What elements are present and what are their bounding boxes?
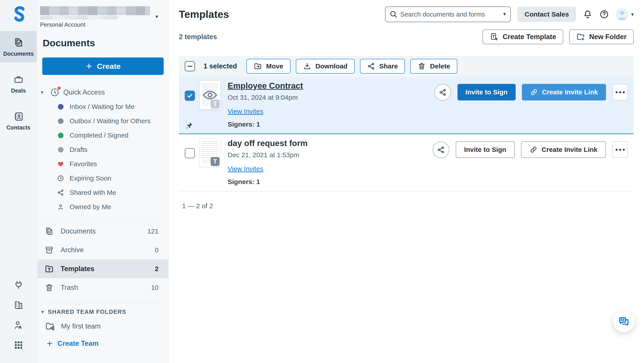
invite-to-sign-label: Invite to Sign bbox=[464, 146, 506, 154]
create-invite-link-button[interactable]: Create Invite Link bbox=[522, 84, 606, 100]
sidebar-item-completed[interactable]: Completed / Signed bbox=[37, 128, 168, 142]
invite-to-sign-button[interactable]: Invite to Sign bbox=[458, 84, 516, 100]
help-icon[interactable] bbox=[599, 10, 609, 19]
account-caret-down-icon: ▾ bbox=[156, 14, 158, 20]
apps-grid-icon[interactable] bbox=[14, 340, 24, 350]
more-actions-button[interactable] bbox=[612, 141, 628, 158]
sidebar-item-favorites[interactable]: Favorites bbox=[37, 157, 168, 171]
signnow-logo[interactable] bbox=[0, 0, 37, 31]
share-icon bbox=[57, 189, 64, 196]
user-menu[interactable]: ▾ bbox=[616, 8, 634, 20]
share-nodes-icon bbox=[437, 146, 445, 154]
account-email-redacted bbox=[40, 16, 118, 20]
account-switcher[interactable]: Personal Account ▾ bbox=[37, 0, 168, 30]
trash-icon bbox=[418, 62, 426, 70]
row-checkbox-unchecked[interactable] bbox=[185, 148, 195, 158]
sidebar-item-owned[interactable]: Owned by Me bbox=[37, 200, 168, 214]
folder-count: 2 bbox=[155, 265, 158, 273]
download-icon bbox=[303, 62, 312, 70]
clock-icon bbox=[57, 174, 64, 182]
signnow-s-icon bbox=[10, 5, 27, 26]
page-title: Templates bbox=[179, 8, 229, 20]
share-template-button[interactable] bbox=[432, 141, 450, 158]
outbox-dot-icon bbox=[58, 118, 64, 124]
new-folder-button[interactable]: New Folder bbox=[569, 30, 634, 44]
sidebar: Personal Account ▾ Documents Create ▾ Qu… bbox=[37, 0, 168, 363]
notifications-bell-icon[interactable] bbox=[583, 10, 592, 19]
shared-team-folders-header[interactable]: ▾ SHARED TEAM FOLDERS bbox=[41, 308, 168, 315]
move-folder-icon bbox=[254, 62, 262, 70]
completed-dot-icon bbox=[58, 133, 64, 138]
signers-count: Signers: 1 bbox=[228, 120, 303, 128]
link-icon bbox=[530, 88, 538, 96]
invite-to-sign-button[interactable]: Invite to Sign bbox=[456, 141, 515, 158]
person-icon bbox=[57, 203, 64, 211]
sidebar-item-drafts[interactable]: Drafts bbox=[37, 142, 168, 157]
delete-label: Delete bbox=[430, 62, 450, 70]
chevron-down-icon: ▾ bbox=[41, 90, 46, 95]
sidebar-item-archive[interactable]: Archive 0 bbox=[37, 241, 168, 260]
select-all-checkbox[interactable] bbox=[185, 61, 195, 71]
sidebar-item-expiring[interactable]: Expiring Soon bbox=[37, 171, 168, 186]
sidebar-divider bbox=[43, 219, 162, 219]
shared-team-folders-label: SHARED TEAM FOLDERS bbox=[48, 308, 126, 315]
header-divider bbox=[179, 50, 634, 50]
quick-access-label: Quick Access bbox=[63, 88, 105, 96]
share-template-button[interactable] bbox=[434, 84, 451, 101]
template-badge: T bbox=[211, 157, 220, 166]
sidebar-item-trash[interactable]: Trash 10 bbox=[37, 278, 168, 297]
sidebar-item-label: Owned by Me bbox=[70, 203, 111, 211]
template-title-link[interactable]: day off request form bbox=[228, 139, 308, 148]
chat-icon bbox=[618, 316, 630, 327]
contact-sales-button[interactable]: Contact Sales bbox=[518, 7, 576, 22]
create-template-icon bbox=[490, 32, 499, 42]
view-invites-link[interactable]: View Invites bbox=[228, 165, 264, 173]
new-folder-icon bbox=[576, 32, 585, 42]
integrations-plug-icon[interactable] bbox=[14, 280, 24, 290]
sidebar-item-inbox[interactable]: Inbox / Waiting for Me bbox=[37, 100, 168, 114]
quick-access-header[interactable]: ▾ Quick Access bbox=[41, 88, 168, 97]
view-invites-link[interactable]: View Invites bbox=[228, 108, 264, 115]
sidebar-item-shared[interactable]: Shared with Me bbox=[37, 186, 168, 200]
folder-count: 121 bbox=[147, 228, 158, 235]
sidebar-item-outbox[interactable]: Outbox / Waiting for Others bbox=[37, 114, 168, 128]
plus-icon bbox=[86, 62, 92, 70]
support-chat-button[interactable] bbox=[613, 311, 634, 332]
main-content: Templates ▾ Contact Sales bbox=[168, 0, 644, 363]
rail-item-documents[interactable]: Documents bbox=[0, 31, 37, 62]
documents-stack-icon bbox=[44, 226, 54, 236]
create-button[interactable]: Create bbox=[42, 58, 164, 75]
template-title-link[interactable]: Employee Contract bbox=[228, 81, 303, 90]
document-thumbnail[interactable]: T bbox=[200, 81, 220, 109]
sidebar-item-label: Expiring Soon bbox=[70, 174, 111, 182]
share-button[interactable]: Share bbox=[360, 59, 405, 74]
invite-to-sign-label: Invite to Sign bbox=[466, 88, 508, 96]
more-actions-button[interactable] bbox=[612, 84, 628, 100]
move-button[interactable]: Move bbox=[246, 59, 290, 74]
rail-item-contacts[interactable]: Contacts bbox=[0, 105, 37, 136]
delete-button[interactable]: Delete bbox=[410, 59, 457, 74]
download-button[interactable]: Download bbox=[296, 59, 355, 74]
document-thumbnail[interactable]: T bbox=[200, 138, 220, 167]
create-invite-link-button[interactable]: Create Invite Link bbox=[521, 141, 606, 158]
create-team-button[interactable]: Create Team bbox=[46, 340, 168, 348]
row-checkbox-checked[interactable] bbox=[185, 90, 195, 101]
sidebar-item-my-first-team[interactable]: My first team bbox=[37, 317, 168, 336]
pinned-icon[interactable] bbox=[185, 122, 193, 130]
organization-buildings-icon[interactable] bbox=[14, 300, 24, 310]
inbox-dot-icon bbox=[58, 104, 64, 110]
folder-count: 10 bbox=[151, 284, 158, 292]
icon-rail: Documents Deals Contacts bbox=[0, 0, 37, 363]
selected-count-text: 1 selected bbox=[204, 62, 237, 70]
create-template-button[interactable]: Create Template bbox=[482, 30, 563, 44]
sidebar-item-label: Inbox / Waiting for Me bbox=[70, 103, 134, 110]
rail-item-deals[interactable]: Deals bbox=[0, 68, 37, 99]
admin-user-icon[interactable] bbox=[14, 320, 24, 330]
folder-label: Documents bbox=[60, 227, 96, 235]
search-input[interactable] bbox=[385, 6, 511, 22]
move-label: Move bbox=[266, 62, 283, 70]
sidebar-item-templates[interactable]: Templates 2 bbox=[37, 260, 168, 278]
drafts-dot-icon bbox=[58, 147, 64, 152]
sidebar-item-documents-folder[interactable]: Documents 121 bbox=[37, 222, 168, 241]
search-scope-caret-icon[interactable]: ▾ bbox=[503, 11, 506, 17]
